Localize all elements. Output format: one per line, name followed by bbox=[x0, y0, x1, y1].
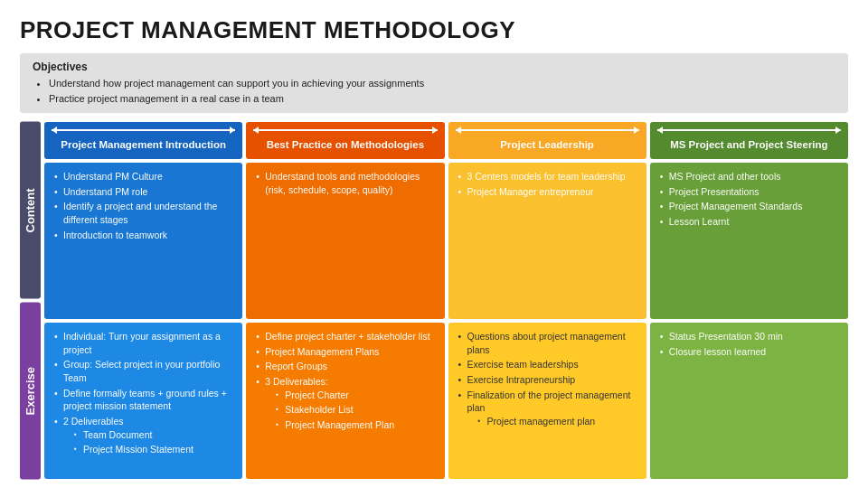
exercise-sub-item: Project Management Plan bbox=[274, 418, 436, 432]
exercise-cell-col1: Individual: Turn your assignment as a pr… bbox=[44, 323, 242, 479]
exercise-item: Exercise team leaderships bbox=[457, 358, 638, 371]
objectives-list: Understand how project management can su… bbox=[33, 76, 835, 106]
exercise-cell-col4: Status Presentation 30 minClosure lesson… bbox=[650, 323, 848, 479]
page-title: PROJECT MANAGEMENT METHODOLOGY bbox=[20, 16, 848, 44]
header-row: Project Management IntroductionBest Prac… bbox=[44, 122, 848, 159]
objective-item: Understand how project management can su… bbox=[49, 76, 835, 91]
column-col4: MS Project and other toolsProject Presen… bbox=[650, 163, 848, 479]
main-table: Content Exercise Project Management Intr… bbox=[20, 122, 848, 479]
header-col4: MS Project and Project Steering bbox=[650, 122, 848, 159]
content-item: Project Management Standards bbox=[658, 200, 840, 213]
column-col3: 3 Centers models for team leadershipProj… bbox=[448, 163, 646, 479]
header-col3: Project Leadership bbox=[448, 122, 646, 159]
exercise-item: Project Management Plans bbox=[254, 345, 436, 359]
exercise-item: Questions about project management plans bbox=[457, 330, 638, 356]
content-cell-col2: Understand tools and methodologies (risk… bbox=[246, 163, 444, 319]
objectives-heading: Objectives bbox=[33, 61, 835, 73]
content-label: Content bbox=[20, 122, 41, 299]
column-col2: Understand tools and methodologies (risk… bbox=[246, 163, 444, 479]
arrow-line bbox=[50, 129, 237, 131]
arrow-line bbox=[251, 129, 439, 131]
exercise-item: 3 Deliverables:Project CharterStakeholde… bbox=[254, 375, 436, 432]
exercise-cell-col3: Questions about project management plans… bbox=[448, 323, 646, 479]
content-item: Project Presentations bbox=[658, 185, 840, 199]
column-col1: Understand PM CultureUnderstand PM roleI… bbox=[44, 163, 242, 479]
content-cell-col1: Understand PM CultureUnderstand PM roleI… bbox=[44, 163, 242, 319]
content-item: Understand PM Culture bbox=[52, 170, 234, 183]
objective-item: Practice project management in a real ca… bbox=[49, 91, 835, 107]
exercise-sub-item: Team Document bbox=[72, 428, 234, 442]
arrow-line bbox=[454, 129, 641, 131]
content-item: MS Project and other tools bbox=[658, 170, 840, 183]
content-item: Understand PM role bbox=[52, 185, 234, 199]
exercise-item: Status Presentation 30 min bbox=[658, 330, 840, 343]
exercise-item: Report Groups bbox=[254, 360, 436, 373]
exercise-item: Exercise Intrapreneurship bbox=[457, 373, 638, 387]
content-item: 3 Centers models for team leadership bbox=[457, 170, 638, 183]
exercise-sub-item: Project Mission Statement bbox=[72, 443, 234, 456]
header-col1: Project Management Introduction bbox=[44, 122, 242, 159]
exercise-sub-item: Project Charter bbox=[274, 389, 436, 402]
exercise-item: Closure lesson learned bbox=[658, 345, 840, 359]
columns-area: Project Management IntroductionBest Prac… bbox=[44, 122, 848, 479]
content-item: Lesson Learnt bbox=[658, 215, 840, 229]
exercise-item: Individual: Turn your assignment as a pr… bbox=[52, 330, 234, 356]
exercise-label: Exercise bbox=[20, 303, 41, 480]
content-item: Introduction to teamwork bbox=[52, 229, 234, 242]
exercise-item: Define formally teams + ground rules + p… bbox=[52, 387, 234, 413]
exercise-item: Group: Select project in your portfolio … bbox=[52, 358, 234, 384]
content-item: Understand tools and methodologies (risk… bbox=[254, 170, 436, 196]
exercise-item: Define project charter + stakeholder lis… bbox=[254, 330, 436, 343]
content-exercise-rows: Understand PM CultureUnderstand PM roleI… bbox=[44, 163, 848, 479]
content-item: Identify a project and understand the di… bbox=[52, 200, 234, 226]
content-item: Project Manager entrepreneur bbox=[457, 185, 638, 199]
content-cell-col3: 3 Centers models for team leadershipProj… bbox=[448, 163, 646, 319]
page: PROJECT MANAGEMENT METHODOLOGY Objective… bbox=[0, 0, 868, 488]
objectives-box: Objectives Understand how project manage… bbox=[20, 53, 848, 113]
arrow-line bbox=[656, 129, 843, 131]
header-col2: Best Practice on Methodologies bbox=[246, 122, 444, 159]
content-cell-col4: MS Project and other toolsProject Presen… bbox=[650, 163, 848, 319]
exercise-sub-item: Stakeholder List bbox=[274, 403, 436, 417]
exercise-item: 2 DeliverablesTeam DocumentProject Missi… bbox=[52, 415, 234, 456]
exercise-item: Finalization of the project management p… bbox=[457, 389, 638, 428]
row-labels: Content Exercise bbox=[20, 122, 41, 479]
exercise-cell-col2: Define project charter + stakeholder lis… bbox=[246, 323, 444, 479]
exercise-sub-item: Project management plan bbox=[476, 415, 638, 428]
